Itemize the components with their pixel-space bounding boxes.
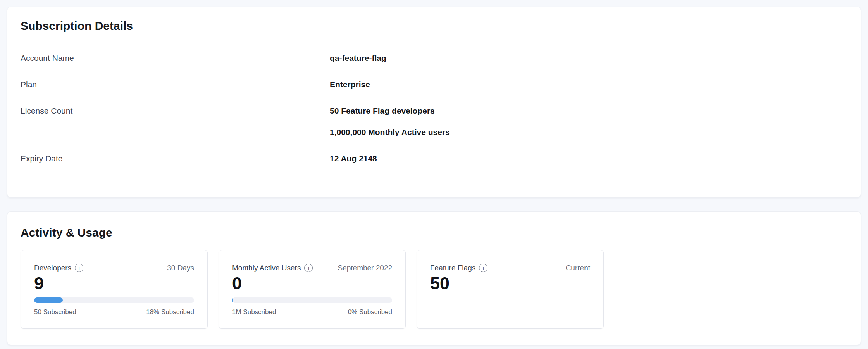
info-icon[interactable]: i — [304, 264, 313, 272]
feature-flags-usage-card: Feature Flags i Current 50 — [417, 250, 604, 329]
plan-value: Enterprise — [330, 80, 847, 89]
mau-card-footer: 1M Subscribed 0% Subscribed — [232, 308, 392, 316]
developers-count: 9 — [34, 274, 194, 293]
account-name-label: Account Name — [21, 54, 330, 62]
plan-label: Plan — [21, 80, 330, 89]
info-icon[interactable]: i — [479, 264, 487, 272]
license-count-label: License Count — [21, 107, 330, 115]
mau-label: Monthly Active Users — [232, 264, 301, 272]
developers-label: Developers — [34, 264, 71, 272]
license-count-mau-value: 1,000,000 Monthly Active users — [330, 128, 847, 136]
mau-subscribed-percent: 0% Subscribed — [348, 308, 392, 316]
developers-subscribed-count: 50 Subscribed — [34, 308, 76, 316]
usage-cards-row: Developers i 30 Days 9 50 Subscribed 18%… — [21, 250, 847, 329]
license-count-row: License Count 50 Feature Flag developers… — [21, 107, 847, 136]
subscription-details-title: Subscription Details — [21, 19, 847, 33]
mau-subscribed-count: 1M Subscribed — [232, 308, 276, 316]
feature-flags-period: Current — [566, 264, 590, 272]
account-name-row: Account Name qa-feature-flag — [21, 54, 847, 62]
mau-period: September 2022 — [338, 264, 393, 272]
developers-period: 30 Days — [167, 264, 194, 272]
expiry-date-row: Expiry Date 12 Aug 2148 — [21, 154, 847, 163]
expiry-date-label: Expiry Date — [21, 154, 330, 163]
mau-card-header: Monthly Active Users i September 2022 — [232, 263, 392, 273]
developers-subscribed-percent: 18% Subscribed — [146, 308, 194, 316]
feature-flags-label: Feature Flags — [430, 264, 475, 272]
developers-progress-fill — [34, 297, 63, 303]
subscription-details-card: Subscription Details Account Name qa-fea… — [7, 7, 861, 198]
feature-flags-card-title: Feature Flags i — [430, 264, 487, 272]
mau-progress-fill — [232, 297, 233, 303]
info-icon[interactable]: i — [75, 264, 83, 272]
expiry-date-value: 12 Aug 2148 — [330, 154, 847, 163]
activity-usage-title: Activity & Usage — [21, 226, 847, 240]
plan-row: Plan Enterprise — [21, 80, 847, 89]
subscription-page: Subscription Details Account Name qa-fea… — [0, 7, 868, 345]
developers-card-footer: 50 Subscribed 18% Subscribed — [34, 308, 194, 316]
mau-progress-track — [232, 297, 392, 303]
account-name-value: qa-feature-flag — [330, 54, 847, 62]
mau-usage-card: Monthly Active Users i September 2022 0 … — [219, 250, 406, 329]
feature-flags-card-header: Feature Flags i Current — [430, 263, 590, 273]
developers-card-header: Developers i 30 Days — [34, 263, 194, 273]
mau-card-title: Monthly Active Users i — [232, 264, 313, 272]
mau-count: 0 — [232, 274, 392, 293]
developers-usage-card: Developers i 30 Days 9 50 Subscribed 18%… — [21, 250, 208, 329]
activity-usage-card: Activity & Usage Developers i 30 Days 9 … — [7, 211, 861, 345]
feature-flags-count: 50 — [430, 274, 590, 293]
developers-progress-track — [34, 297, 194, 303]
license-count-developers-value: 50 Feature Flag developers — [330, 107, 847, 115]
developers-card-title: Developers i — [34, 264, 83, 272]
